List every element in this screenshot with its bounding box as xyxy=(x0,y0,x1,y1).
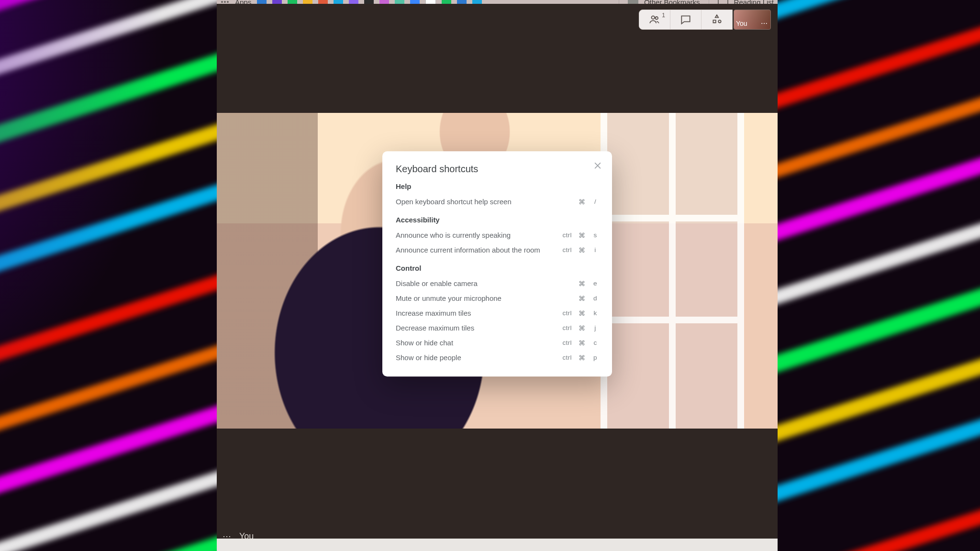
section-heading-control: Control xyxy=(396,264,599,272)
key: ⌘ xyxy=(579,280,585,287)
key: c xyxy=(592,339,599,346)
key: p xyxy=(592,354,599,361)
key: ⌘ xyxy=(579,339,585,347)
shortcut-keys: ctrl ⌘ i xyxy=(562,246,599,254)
shortcut-keys: ⌘ e xyxy=(565,280,599,287)
shortcut-keys: ctrl ⌘ c xyxy=(562,339,599,347)
key: ctrl xyxy=(562,231,571,239)
shortcut-row: Show or hide people ctrl ⌘ p xyxy=(396,350,599,365)
shortcut-label: Decrease maximum tiles xyxy=(396,324,474,332)
shortcut-row: Increase maximum tiles ctrl ⌘ k xyxy=(396,306,599,320)
key: ⌘ xyxy=(579,198,585,206)
shortcut-row: Decrease maximum tiles ctrl ⌘ j xyxy=(396,320,599,335)
key: e xyxy=(592,280,599,287)
key: ctrl xyxy=(562,324,571,331)
key: ⌘ xyxy=(579,246,585,254)
key: ⌘ xyxy=(579,324,585,332)
shortcut-keys: ctrl ⌘ j xyxy=(562,324,599,332)
shortcut-keys: ctrl ⌘ p xyxy=(562,354,599,362)
key: ⌘ xyxy=(579,231,585,239)
shortcut-row: Announce current information about the r… xyxy=(396,242,599,257)
shortcut-row: Disable or enable camera ⌘ e xyxy=(396,276,599,291)
key: ctrl xyxy=(562,309,571,317)
key: ⌘ xyxy=(579,295,585,302)
section-heading-accessibility: Accessibility xyxy=(396,216,599,224)
key: d xyxy=(592,295,599,302)
shortcut-row: Announce who is currently speaking ctrl … xyxy=(396,228,599,242)
shortcut-keys: ⌘ d xyxy=(565,295,599,302)
shortcut-keys: ctrl ⌘ k xyxy=(562,309,599,317)
keyboard-shortcuts-dialog: Keyboard shortcuts Help Open keyboard sh… xyxy=(382,151,612,376)
shortcut-label: Mute or unmute your microphone xyxy=(396,294,501,302)
close-button[interactable] xyxy=(590,158,605,173)
shortcut-row: Mute or unmute your microphone ⌘ d xyxy=(396,291,599,306)
shortcut-row: Open keyboard shortcut help screen ⌘ / xyxy=(396,194,599,209)
shortcut-label: Announce current information about the r… xyxy=(396,246,540,254)
bookmarks-bar: Apps Other Bookmarks Reading List xyxy=(217,0,778,4)
shortcut-keys: ctrl ⌘ s xyxy=(562,231,599,239)
key: ⌘ xyxy=(579,309,585,317)
key: / xyxy=(592,198,599,205)
shortcut-label: Show or hide people xyxy=(396,353,461,362)
shortcut-row: Show or hide chat ctrl ⌘ c xyxy=(396,335,599,350)
shortcut-keys: ⌘ / xyxy=(565,198,599,206)
close-icon xyxy=(593,161,602,170)
shortcut-label: Disable or enable camera xyxy=(396,279,478,287)
key: i xyxy=(592,246,599,253)
section-heading-help: Help xyxy=(396,182,599,190)
key: k xyxy=(592,309,599,317)
shortcut-label: Announce who is currently speaking xyxy=(396,231,511,239)
shortcut-label: Increase maximum tiles xyxy=(396,309,471,317)
shortcut-label: Show or hide chat xyxy=(396,339,453,347)
key: s xyxy=(592,231,599,239)
shortcut-label: Open keyboard shortcut help screen xyxy=(396,198,512,206)
dialog-title: Keyboard shortcuts xyxy=(396,164,599,175)
key: ctrl xyxy=(562,354,571,361)
key: ⌘ xyxy=(579,354,585,362)
key: ctrl xyxy=(562,339,571,346)
meet-app: 1 You ⋯ ⋯ You Keyboard shortcuts Help Op… xyxy=(217,4,778,551)
key: j xyxy=(592,324,599,331)
key: ctrl xyxy=(562,246,571,253)
